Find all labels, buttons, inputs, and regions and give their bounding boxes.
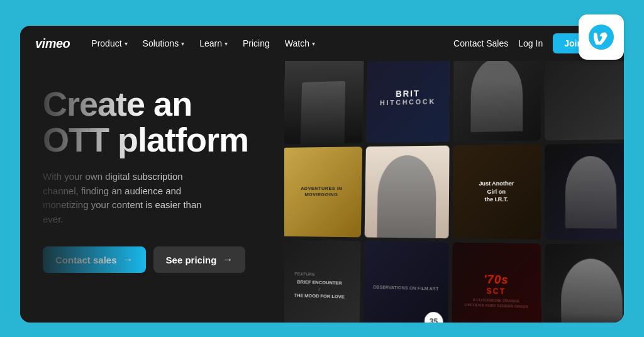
login-link[interactable]: Log In xyxy=(518,38,543,48)
video-grid-container: BRIT HITCHCOCK xyxy=(284,61,624,323)
video-tile: FEATURE BRIEF ENCOUNTER/THE MOOD FOR LOV… xyxy=(284,240,361,323)
video-tile: Just AnotherGirl onthe I.R.T. xyxy=(452,145,541,240)
tile-text-brief: BRIEF ENCOUNTER/THE MOOD FOR LOVE xyxy=(294,279,345,301)
nav-item-product[interactable]: Product ▾ xyxy=(85,35,133,52)
video-tile: ADVENTURES IN MOVIEGOING xyxy=(284,146,362,237)
contact-sales-link[interactable]: Contact Sales xyxy=(453,38,508,48)
main-card: vimeo Product ▾ Solutions ▾ Learn ▾ Pric… xyxy=(20,26,624,323)
video-tile xyxy=(545,143,624,241)
tile-text-seventies: '70s xyxy=(484,273,508,287)
hero-section: Create an OTT platform With your own dig… xyxy=(20,61,624,323)
video-tile: OBSERVATIONS ON FILM ART 35 xyxy=(363,241,448,323)
gradient-overlay xyxy=(20,61,146,323)
nav-logo[interactable]: vimeo xyxy=(35,36,70,51)
see-pricing-button[interactable]: See pricing → xyxy=(153,246,246,273)
nav-item-watch[interactable]: Watch ▾ xyxy=(279,35,321,52)
arrow-icon: → xyxy=(223,254,233,265)
video-tile xyxy=(545,61,624,140)
video-tile xyxy=(453,61,541,141)
chevron-down-icon: ▾ xyxy=(225,40,228,47)
tile-text-observations: OBSERVATIONS ON FILM ART xyxy=(373,284,439,292)
chevron-down-icon: ▾ xyxy=(312,40,315,47)
tile-text-sct-sub: A CLOCKWORK ORANGELINCOLN'S RUBY SCREEN … xyxy=(464,297,528,309)
tile-text-adventures: ADVENTURES IN MOVIEGOING xyxy=(287,185,356,198)
video-tile xyxy=(284,61,364,144)
video-tile: '70s SCT A CLOCKWORK ORANGELINCOLN'S RUB… xyxy=(452,242,541,323)
navigation: vimeo Product ▾ Solutions ▾ Learn ▾ Pric… xyxy=(20,26,624,61)
chevron-down-icon: ▾ xyxy=(125,40,128,47)
video-tile xyxy=(545,243,624,323)
nav-item-pricing[interactable]: Pricing xyxy=(236,35,276,52)
vimeo-badge xyxy=(579,14,624,60)
nav-item-learn[interactable]: Learn ▾ xyxy=(193,35,234,52)
tile-text-sct: SCT xyxy=(486,286,506,296)
vimeo-logo-icon xyxy=(589,25,614,50)
video-tile xyxy=(365,145,450,238)
nav-items: Product ▾ Solutions ▾ Learn ▾ Pricing Wa… xyxy=(85,35,453,52)
tile-badge-35: 35 xyxy=(424,312,443,323)
tile-text-girl: Just AnotherGirl onthe I.R.T. xyxy=(479,180,514,204)
video-grid: BRIT HITCHCOCK xyxy=(284,61,624,323)
tile-label-feature: FEATURE xyxy=(294,272,345,277)
video-tile: BRIT HITCHCOCK xyxy=(366,61,450,143)
chevron-down-icon: ▾ xyxy=(181,40,184,47)
nav-item-solutions[interactable]: Solutions ▾ xyxy=(136,35,191,52)
